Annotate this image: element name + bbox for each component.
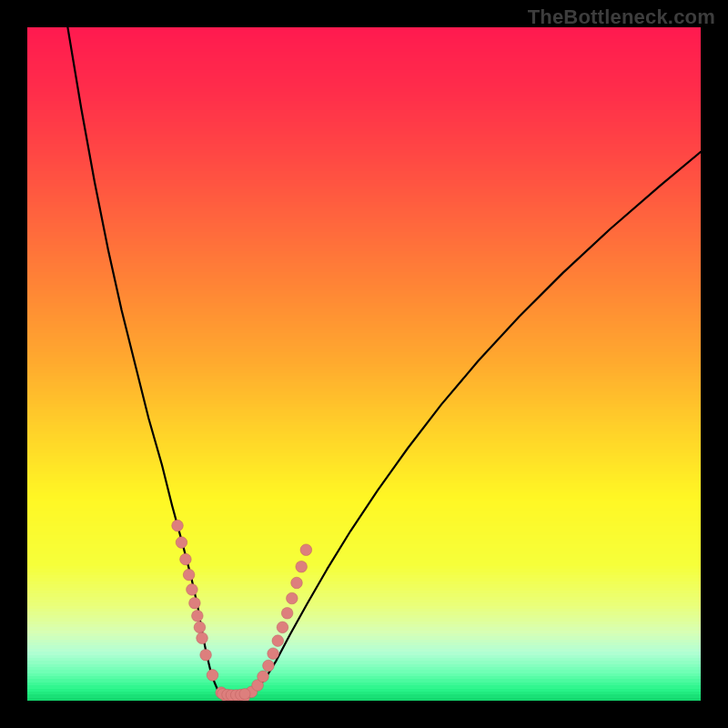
watermark-text: TheBottleneck.com (528, 5, 715, 29)
data-dot (180, 553, 192, 565)
data-dots (172, 520, 312, 701)
data-dot (263, 660, 275, 672)
data-dot (268, 648, 279, 660)
data-dot (291, 577, 303, 589)
data-dot (183, 569, 195, 581)
data-dot (296, 561, 308, 572)
data-dot (258, 671, 269, 682)
data-dot (207, 670, 218, 682)
data-dot (200, 649, 212, 661)
curve-layer (27, 27, 701, 701)
data-dot (172, 520, 184, 531)
data-dot (189, 597, 201, 609)
data-dot (277, 622, 288, 633)
plot-area (27, 27, 701, 701)
data-dot (187, 584, 198, 596)
data-dot (176, 537, 187, 549)
data-dot (197, 632, 208, 644)
bottleneck-curve (67, 27, 701, 700)
chart-frame: TheBottleneck.com (0, 0, 728, 728)
data-dot (281, 608, 293, 620)
data-dot (192, 610, 204, 622)
data-dot (300, 544, 312, 556)
data-dot (239, 689, 250, 700)
data-dot (194, 622, 206, 633)
data-dot (287, 592, 298, 604)
data-dot (272, 635, 284, 647)
